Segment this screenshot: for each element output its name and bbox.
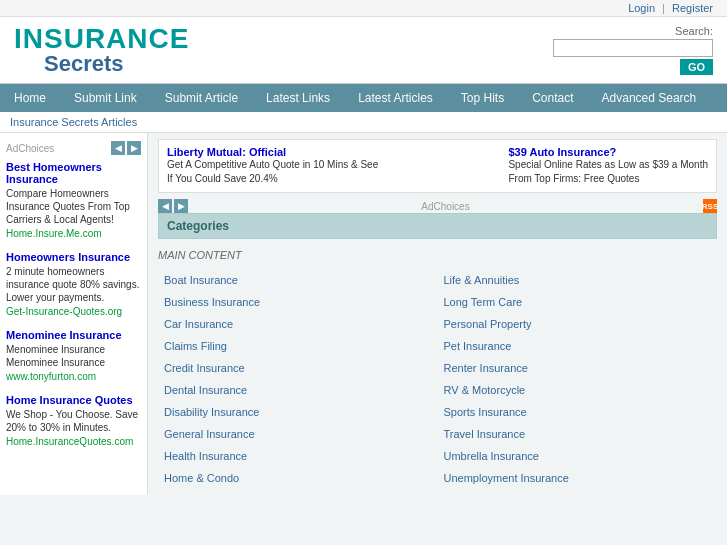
sidebar-ad-title[interactable]: Best Homeowners Insurance [6, 161, 102, 185]
ad-banner: Liberty Mutual: Official Get A Competiti… [158, 139, 717, 193]
category-link[interactable]: Travel Insurance [444, 428, 526, 440]
sidebar-ad: Best Homeowners InsuranceCompare Homeown… [6, 161, 141, 239]
search-input[interactable] [553, 39, 713, 57]
rss-icon: RSS [703, 199, 717, 213]
sidebar-ad-title[interactable]: Home Insurance Quotes [6, 394, 133, 406]
categories-grid: Boat InsuranceLife & AnnuitiesBusiness I… [158, 269, 717, 489]
category-item: Credit Insurance [158, 357, 438, 379]
ad-right-line1: Special Online Rates as Low as $39 a Mon… [508, 158, 708, 172]
category-item: Renter Insurance [438, 357, 718, 379]
logo: INSURANCE Secrets [14, 25, 189, 75]
topbar: Login | Register [0, 0, 727, 17]
nav-item-advanced-search[interactable]: Advanced Search [588, 84, 711, 112]
sidebar-ad: Home Insurance QuotesWe Shop - You Choos… [6, 394, 141, 447]
sidebar-ad-url: Home.Insure.Me.com [6, 228, 141, 239]
category-link[interactable]: Umbrella Insurance [444, 450, 539, 462]
category-item: Umbrella Insurance [438, 445, 718, 467]
ad-banner-nav: ◀ ▶ [158, 199, 188, 213]
category-item: Travel Insurance [438, 423, 718, 445]
category-item: Long Term Care [438, 291, 718, 313]
nav-item-home[interactable]: Home [0, 84, 60, 112]
ad-right-line2: From Top Firms: Free Quotes [508, 172, 708, 186]
ad-nav: ◀ ▶ [111, 141, 141, 155]
sidebar-ad-title[interactable]: Menominee Insurance [6, 329, 122, 341]
category-link[interactable]: Home & Condo [164, 472, 239, 484]
category-item: Health Insurance [158, 445, 438, 467]
category-link[interactable]: Car Insurance [164, 318, 233, 330]
ad-right: $39 Auto Insurance? Special Online Rates… [508, 146, 708, 186]
category-link[interactable]: Health Insurance [164, 450, 247, 462]
sidebar-ad-body: Menominee Insurance Menominee Insurance [6, 343, 141, 369]
category-link[interactable]: Disability Insurance [164, 406, 259, 418]
ad-choices-label: AdChoices [6, 143, 54, 154]
nav-item-top-hits[interactable]: Top Hits [447, 84, 518, 112]
ad-nav-next[interactable]: ▶ [127, 141, 141, 155]
ad-banner-container: Liberty Mutual: Official Get A Competiti… [158, 139, 717, 213]
search-button[interactable]: GO [680, 59, 713, 75]
sidebar-ad-body: Compare Homeowners Insurance Quotes From… [6, 187, 141, 226]
category-link[interactable]: Dental Insurance [164, 384, 247, 396]
breadcrumb: Insurance Secrets Articles [0, 112, 727, 133]
category-link[interactable]: Unemployment Insurance [444, 472, 569, 484]
category-item: Personal Property [438, 313, 718, 335]
header: INSURANCE Secrets Search: GO [0, 17, 727, 84]
category-item: General Insurance [158, 423, 438, 445]
ad-left-line1: Get A Competitive Auto Quote in 10 Mins … [167, 158, 378, 172]
category-link[interactable]: Business Insurance [164, 296, 260, 308]
category-item: Disability Insurance [158, 401, 438, 423]
category-item: Pet Insurance [438, 335, 718, 357]
sidebar-ad-url: Get-Insurance-Quotes.org [6, 306, 141, 317]
ad-left-title[interactable]: Liberty Mutual: Official [167, 146, 286, 158]
topbar-separator: | [662, 2, 665, 14]
category-link[interactable]: Sports Insurance [444, 406, 527, 418]
login-link[interactable]: Login [628, 2, 655, 14]
category-link[interactable]: Life & Annuities [444, 274, 520, 286]
category-item: Business Insurance [158, 291, 438, 313]
category-item: Life & Annuities [438, 269, 718, 291]
category-link[interactable]: Renter Insurance [444, 362, 528, 374]
category-item: Claims Filing [158, 335, 438, 357]
category-item: RV & Motorcycle [438, 379, 718, 401]
category-link[interactable]: Boat Insurance [164, 274, 238, 286]
main-nav: HomeSubmit LinkSubmit ArticleLatest Link… [0, 84, 727, 112]
ad-choices-right: AdChoices [421, 201, 469, 212]
ad-nav-prev[interactable]: ◀ [111, 141, 125, 155]
sidebar-ads: Best Homeowners InsuranceCompare Homeown… [6, 161, 141, 447]
sidebar-ad-title[interactable]: Homeowners Insurance [6, 251, 130, 263]
ad-right-title[interactable]: $39 Auto Insurance? [508, 146, 616, 158]
main-content-label: MAIN CONTENT [158, 245, 717, 269]
content-area: Liberty Mutual: Official Get A Competiti… [148, 133, 727, 495]
register-link[interactable]: Register [672, 2, 713, 14]
category-item: Unemployment Insurance [438, 467, 718, 489]
nav-item-submit-link[interactable]: Submit Link [60, 84, 151, 112]
nav-item-latest-links[interactable]: Latest Links [252, 84, 344, 112]
category-item: Dental Insurance [158, 379, 438, 401]
ad-left-line2: If You Could Save 20.4% [167, 172, 378, 186]
ad-left: Liberty Mutual: Official Get A Competiti… [167, 146, 378, 186]
nav-item-latest-articles[interactable]: Latest Articles [344, 84, 447, 112]
category-item: Car Insurance [158, 313, 438, 335]
ad-banner-next[interactable]: ▶ [174, 199, 188, 213]
nav-item-contact[interactable]: Contact [518, 84, 587, 112]
category-link[interactable]: Claims Filing [164, 340, 227, 352]
category-link[interactable]: Credit Insurance [164, 362, 245, 374]
search-area: Search: GO [553, 25, 713, 75]
category-item: Boat Insurance [158, 269, 438, 291]
category-link[interactable]: Personal Property [444, 318, 532, 330]
nav-item-submit-article[interactable]: Submit Article [151, 84, 252, 112]
sidebar: AdChoices ◀ ▶ Best Homeowners InsuranceC… [0, 133, 148, 495]
categories-header: Categories [158, 213, 717, 239]
ad-banner-footer: ◀ ▶ AdChoices RSS [158, 199, 717, 213]
sidebar-ad-body: We Shop - You Choose. Save 20% to 30% in… [6, 408, 141, 434]
sidebar-ad: Homeowners Insurance2 minute homeowners … [6, 251, 141, 317]
ad-choices-bar: AdChoices ◀ ▶ [6, 141, 141, 155]
category-link[interactable]: General Insurance [164, 428, 255, 440]
category-link[interactable]: RV & Motorcycle [444, 384, 526, 396]
category-link[interactable]: Long Term Care [444, 296, 523, 308]
ad-banner-prev[interactable]: ◀ [158, 199, 172, 213]
category-link[interactable]: Pet Insurance [444, 340, 512, 352]
sidebar-ad: Menominee InsuranceMenominee Insurance M… [6, 329, 141, 382]
sidebar-ad-body: 2 minute homeowners insurance quote 80% … [6, 265, 141, 304]
main-layout: AdChoices ◀ ▶ Best Homeowners InsuranceC… [0, 133, 727, 495]
logo-insurance: INSURANCE [14, 25, 189, 53]
